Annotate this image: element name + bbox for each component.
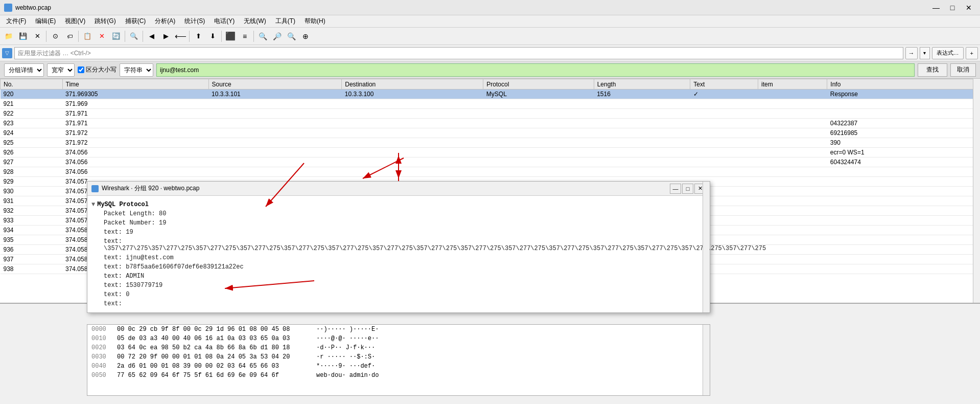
table-cell (483, 99, 594, 109)
detail-dialog: Wireshark · 分组 920 · webtwo.pcap — □ ✕ ▼… (87, 181, 710, 313)
table-cell (483, 138, 594, 148)
case-sensitive-label: 区分大小写 (78, 65, 116, 74)
hex-bytes: 00 0c 29 cb 9f 8f 00 0c 29 1d 96 01 08 0… (117, 326, 311, 333)
menu-edit[interactable]: 编辑(E) (31, 16, 60, 27)
toolbar-sep7 (253, 31, 254, 42)
menu-tools[interactable]: 工具(T) (271, 16, 299, 27)
menu-analyze[interactable]: 分析(A) (151, 16, 179, 27)
filter-bar: ▽ → ▾ 表达式… + (0, 45, 980, 61)
main-toolbar: 📁 💾 ✕ ⊙ 🏷 📋 ✕ 🔄 🔍 ◀ ▶ ⟵ ⬆ ⬇ ⬛ ≡ 🔍 🔎 🔍 ⊕ (0, 28, 980, 45)
menu-view[interactable]: 视图(V) (61, 16, 89, 27)
tool-refresh[interactable]: 🔄 (109, 30, 123, 43)
filter-dropdown-btn[interactable]: ▾ (920, 47, 930, 59)
detail-dialog-content: ▼ MySQL Protocol Packet Length: 80Packet… (87, 196, 710, 312)
detail-field-line: text: \357\277\275\357\277\275\357\277\2… (87, 237, 710, 253)
table-row[interactable]: 926374.056ecr=0 WS=1 (1, 148, 980, 158)
case-sensitive-checkbox[interactable] (78, 66, 84, 73)
hex-offset: 0040 (91, 363, 117, 370)
table-cell (827, 206, 980, 216)
table-cell (827, 187, 980, 196)
menu-telephony[interactable]: 电话(Y) (210, 16, 239, 27)
tool-resize[interactable]: ⊕ (299, 30, 312, 43)
table-cell: 371.971 (62, 109, 208, 119)
table-row[interactable]: 924371.97269216985 (1, 128, 980, 138)
detail-dialog-scrollbar[interactable] (703, 182, 710, 312)
tool-zoom-in[interactable]: 🔍 (256, 30, 269, 43)
table-cell: 920 (1, 89, 63, 99)
table-row[interactable]: 925371.972390 (1, 138, 980, 148)
col-header-source: Source (208, 79, 342, 89)
col-header-text: Text (690, 79, 758, 89)
tool-save[interactable]: 💾 (16, 30, 30, 43)
table-row[interactable]: 921371.969 (1, 99, 980, 109)
table-row[interactable]: 922371.971 (1, 109, 980, 119)
search-scope-dropdown[interactable]: 分组详情 (4, 63, 44, 77)
table-cell (690, 148, 758, 158)
hex-row: 002003 64 0c ea 98 50 b2 ca 4a 8b 66 8a … (87, 343, 710, 352)
search-value-input[interactable] (156, 63, 915, 77)
table-cell: 934 (1, 226, 63, 235)
table-cell (758, 158, 827, 167)
table-row[interactable]: 920371.96930510.3.3.10110.3.3.100MySQL15… (1, 89, 980, 99)
tool-scroll-down[interactable]: ⬇ (206, 30, 219, 43)
detail-restore-btn[interactable]: □ (682, 184, 693, 194)
detail-field-line: text: ijnu@test.com (87, 253, 710, 262)
table-cell (690, 119, 758, 128)
menu-go[interactable]: 跳转(G) (90, 16, 120, 27)
menu-wireless[interactable]: 无线(W) (240, 16, 270, 27)
table-row[interactable]: 928374.056 (1, 167, 980, 177)
menu-capture[interactable]: 捕获(C) (121, 16, 150, 27)
find-button[interactable]: 查找 (918, 63, 947, 77)
table-cell (208, 119, 342, 128)
table-cell (483, 158, 594, 167)
close-button[interactable]: ✕ (962, 1, 976, 15)
tool-zoom-out[interactable]: 🔎 (270, 30, 284, 43)
detail-field-line: text: 19 (87, 228, 710, 237)
tool-scroll-up[interactable]: ⬆ (192, 30, 205, 43)
minimize-button[interactable]: — (929, 1, 943, 15)
protocol-header[interactable]: ▼ MySQL Protocol (87, 200, 710, 209)
table-cell (342, 167, 483, 177)
table-cell (827, 167, 980, 177)
field-type-dropdown[interactable]: 字符串 (120, 63, 153, 77)
tool-back[interactable]: ⟵ (174, 30, 187, 43)
hex-offset: 0020 (91, 344, 117, 351)
tool-copy[interactable]: 📋 (81, 30, 94, 43)
expression-button[interactable]: 表达式… (932, 47, 964, 59)
tool-layout[interactable]: ≡ (238, 30, 251, 43)
table-cell (208, 167, 342, 177)
menu-stats[interactable]: 统计(S) (180, 16, 209, 27)
tool-prev[interactable]: ◀ (145, 30, 158, 43)
tool-search[interactable]: 🔍 (127, 30, 141, 43)
main-area: No. Time Source Destination Protocol Len… (0, 79, 980, 396)
tool-delete[interactable]: ✕ (95, 30, 108, 43)
tool-tag[interactable]: 🏷 (63, 30, 76, 43)
col-header-protocol: Protocol (483, 79, 594, 89)
tool-next[interactable]: ▶ (159, 30, 173, 43)
window-controls: — □ ✕ (929, 1, 976, 15)
packet-list-scrollbar[interactable] (973, 79, 980, 303)
table-cell: 371.972 (62, 128, 208, 138)
add-filter-button[interactable]: + (966, 47, 978, 59)
table-cell (594, 148, 690, 158)
tool-zoom-reset[interactable]: 🔍 (285, 30, 298, 43)
cancel-button[interactable]: 取消 (950, 63, 976, 77)
tool-open[interactable]: 📁 (2, 30, 15, 43)
tool-close[interactable]: ✕ (31, 30, 44, 43)
detail-minimize-btn[interactable]: — (670, 184, 681, 194)
hex-pane-scrollbar[interactable] (703, 325, 710, 395)
menu-file[interactable]: 文件(F) (2, 16, 30, 27)
tool-reload[interactable]: ⊙ (49, 30, 62, 43)
table-cell (827, 196, 980, 206)
search-width-dropdown[interactable]: 宽窄 (47, 63, 75, 77)
menu-help[interactable]: 帮助(H) (300, 16, 330, 27)
hex-pane: 000000 0c 29 cb 9f 8f 00 0c 29 1d 96 01 … (87, 324, 710, 396)
maximize-button[interactable]: □ (945, 1, 960, 15)
filter-arrow-btn[interactable]: → (905, 47, 918, 59)
table-row[interactable]: 927374.056604324474 (1, 158, 980, 167)
col-header-time: Time (62, 79, 208, 89)
tool-pane-toggle[interactable]: ⬛ (224, 30, 237, 43)
filter-input[interactable] (14, 47, 903, 59)
table-row[interactable]: 923371.97104322387 (1, 119, 980, 128)
table-cell: 69216985 (827, 128, 980, 138)
